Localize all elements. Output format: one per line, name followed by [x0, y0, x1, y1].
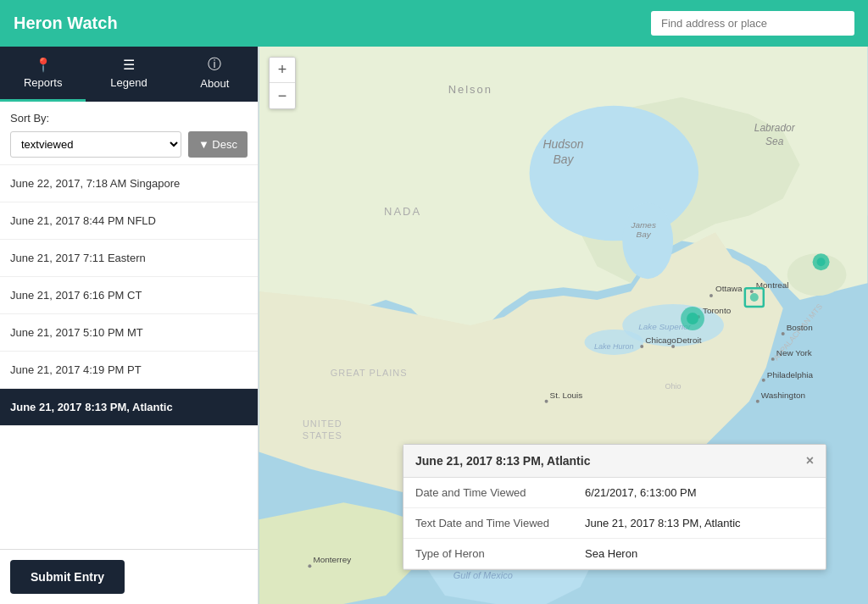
popup-value: June 21, 2017 8:13 PM, Atlantic [585, 517, 741, 529]
sort-section: Sort By: textviewed date type location ▼… [0, 102, 258, 165]
svg-text:Chicago: Chicago [645, 335, 676, 345]
svg-text:Washington: Washington [761, 391, 805, 400]
svg-point-36 [762, 379, 765, 382]
report-item-label: June 22, 2017, 7:18 AM Singapore [10, 177, 180, 190]
report-item-label: June 21, 2017 8:44 PM NFLD [10, 214, 156, 227]
tab-legend-label: Legend [110, 76, 147, 89]
list-item[interactable]: June 22, 2017, 7:18 AM Singapore [0, 165, 258, 202]
popup-header: June 21, 2017 8:13 PM, Atlantic × [403, 445, 826, 478]
tab-reports-label: Reports [24, 76, 63, 89]
list-item[interactable]: June 21, 2017 6:16 PM CT [0, 277, 258, 314]
list-item[interactable]: June 21, 2017 7:11 Eastern [0, 240, 258, 277]
svg-text:Detroit: Detroit [676, 335, 702, 345]
list-item[interactable]: June 21, 2017 5:10 PM MT [0, 314, 258, 352]
nav-tabs: 📍 Reports ☰ Legend ⓘ About [0, 47, 258, 102]
svg-text:Bay: Bay [637, 230, 652, 239]
svg-point-44 [545, 400, 548, 403]
svg-point-34 [771, 357, 775, 361]
tab-legend[interactable]: ☰ Legend [86, 47, 171, 102]
svg-point-8 [530, 106, 698, 241]
app-title: Heron Watch [14, 14, 118, 33]
svg-text:Philadelphia: Philadelphia [767, 370, 814, 380]
report-list: June 22, 2017, 7:18 AM Singapore June 21… [0, 165, 258, 549]
zoom-in-button[interactable]: + [270, 58, 295, 83]
svg-text:Hudson: Hudson [542, 137, 583, 151]
popup-title: June 21, 2017 8:13 PM, Atlantic [415, 454, 590, 468]
tab-reports[interactable]: 📍 Reports [0, 47, 86, 102]
popup-row: Text Date and Time Viewed June 21, 2017 … [403, 508, 826, 539]
svg-point-28 [750, 290, 754, 293]
zoom-controls: + − [269, 57, 296, 109]
svg-text:Toronto: Toronto [703, 306, 732, 315]
report-item-label: June 21, 2017 5:10 PM MT [10, 326, 143, 339]
popup-key: Type of Heron [415, 547, 585, 560]
svg-text:New York: New York [776, 348, 812, 357]
zoom-out-button[interactable]: − [270, 83, 295, 108]
svg-point-42 [671, 345, 675, 348]
sort-order-button[interactable]: ▼ Desc [188, 131, 248, 158]
svg-text:Labrador: Labrador [754, 122, 796, 134]
map-container[interactable]: Hudson Bay Labrador Sea James Bay Lake S… [259, 47, 868, 604]
search-input[interactable] [651, 11, 854, 36]
svg-text:Bay: Bay [553, 152, 574, 166]
svg-point-32 [782, 332, 785, 335]
list-item-active[interactable]: June 21, 2017 8:13 PM, Atlantic [0, 389, 258, 426]
submit-entry-button[interactable]: Submit Entry [10, 560, 125, 594]
main-layout: 📍 Reports ☰ Legend ⓘ About Sort By: text… [0, 47, 868, 604]
report-item-label: June 21, 2017 8:13 PM, Atlantic [10, 401, 173, 413]
report-item-label: June 21, 2017 7:11 Eastern [10, 252, 146, 264]
svg-point-55 [687, 313, 698, 324]
sort-controls: textviewed date type location ▼ Desc [10, 131, 248, 158]
svg-text:Lake Huron: Lake Huron [594, 342, 633, 351]
popup-value: Sea Heron [585, 547, 637, 560]
svg-text:Ottawa: Ottawa [715, 284, 743, 293]
svg-point-50 [308, 564, 311, 568]
svg-point-40 [640, 345, 643, 348]
svg-point-26 [709, 294, 713, 297]
tab-about-label: About [200, 77, 229, 90]
svg-text:Ohio: Ohio [665, 382, 682, 391]
popup-row: Date and Time Viewed 6/21/2017, 6:13:00 … [403, 478, 826, 508]
svg-text:UNITED: UNITED [303, 418, 342, 429]
sidebar: 📍 Reports ☰ Legend ⓘ About Sort By: text… [0, 47, 259, 604]
svg-point-59 [817, 258, 826, 266]
svg-text:Nelson: Nelson [448, 83, 492, 96]
header: Heron Watch [0, 0, 868, 47]
svg-text:Gulf of Mexico: Gulf of Mexico [453, 570, 513, 580]
svg-point-57 [750, 293, 759, 302]
list-item[interactable]: June 21, 2017 4:19 PM PT [0, 352, 258, 389]
svg-point-9 [622, 202, 673, 279]
about-icon: ⓘ [208, 56, 221, 74]
reports-icon: 📍 [35, 57, 52, 73]
submit-section: Submit Entry [0, 549, 258, 604]
report-item-label: June 21, 2017 4:19 PM PT [10, 363, 142, 376]
popup-key: Date and Time Viewed [415, 486, 585, 499]
svg-text:Boston: Boston [787, 323, 813, 332]
svg-text:NADA: NADA [384, 205, 421, 218]
svg-text:James: James [631, 220, 656, 230]
svg-text:Sea: Sea [765, 136, 784, 147]
popup-row: Type of Heron Sea Heron [403, 539, 826, 569]
svg-point-38 [756, 400, 760, 403]
svg-text:STATES: STATES [303, 430, 342, 441]
sort-order-label: ▼ Desc [198, 138, 237, 151]
popup-close-button[interactable]: × [806, 453, 814, 468]
svg-text:St. Louis: St. Louis [550, 391, 583, 400]
sort-label: Sort By: [10, 112, 248, 125]
legend-icon: ☰ [123, 57, 135, 73]
report-item-label: June 21, 2017 6:16 PM CT [10, 289, 142, 302]
list-item[interactable]: June 21, 2017 8:44 PM NFLD [0, 202, 258, 240]
tab-about[interactable]: ⓘ About [172, 47, 258, 102]
popup-value: 6/21/2017, 6:13:00 PM [585, 486, 697, 499]
popup-body: Date and Time Viewed 6/21/2017, 6:13:00 … [403, 478, 826, 569]
map-popup: June 21, 2017 8:13 PM, Atlantic × Date a… [403, 444, 826, 570]
sort-field-select[interactable]: textviewed date type location [10, 131, 181, 158]
svg-text:GREAT PLAINS: GREAT PLAINS [331, 368, 408, 378]
svg-text:Monterrey: Monterrey [313, 555, 351, 564]
popup-key: Text Date and Time Viewed [415, 517, 585, 529]
